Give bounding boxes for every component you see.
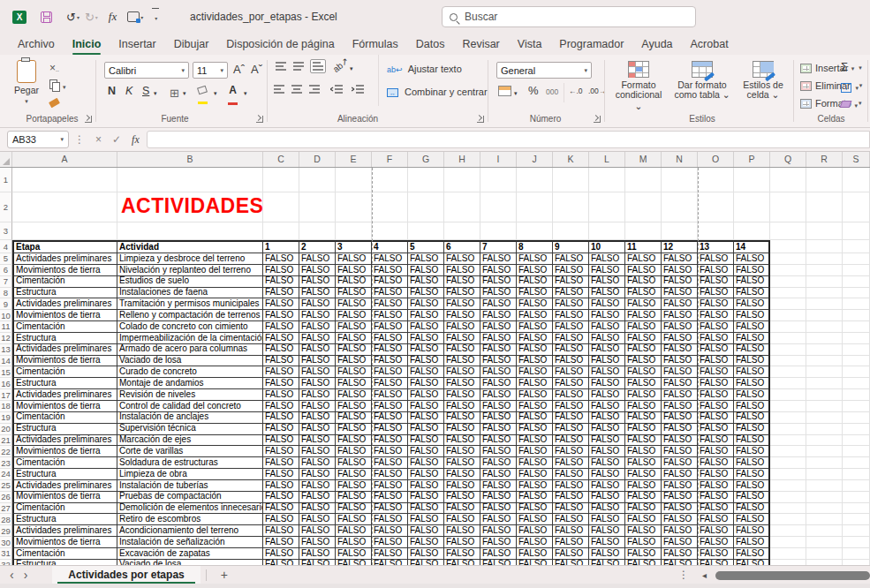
cell-falso[interactable]: FALSO — [698, 378, 734, 389]
cell[interactable] — [806, 424, 843, 435]
cell-falso[interactable]: FALSO — [263, 253, 299, 265]
cell-falso[interactable]: FALSO — [517, 253, 553, 265]
cell-actividad[interactable]: Vaciado de losa — [117, 356, 263, 367]
cell-etapa[interactable]: Estructura — [12, 514, 117, 525]
cell[interactable] — [806, 548, 843, 560]
row-header-8[interactable]: 8 — [0, 288, 12, 299]
cell[interactable] — [734, 222, 770, 240]
cell-falso[interactable]: FALSO — [263, 276, 299, 288]
align-center-icon[interactable] — [291, 85, 302, 94]
cell-actividad[interactable]: Demolición de elementos innecesarios — [117, 503, 263, 515]
cell[interactable] — [843, 457, 870, 469]
cell-actividad[interactable]: Instalaciones de faena — [117, 288, 263, 299]
cell[interactable] — [770, 356, 806, 367]
row-header-11[interactable]: 11 — [0, 321, 12, 333]
cell-falso[interactable]: FALSO — [625, 401, 662, 412]
cell-falso[interactable]: FALSO — [734, 401, 770, 412]
cell-falso[interactable]: FALSO — [589, 253, 625, 265]
cell-falso[interactable]: FALSO — [698, 492, 734, 503]
row-header-12[interactable]: 12 — [0, 333, 12, 344]
cell-falso[interactable]: FALSO — [589, 446, 625, 457]
cell-etapa[interactable]: Movimientos de tierra — [12, 446, 117, 457]
cell-falso[interactable]: FALSO — [444, 525, 480, 537]
cell-falso[interactable]: FALSO — [553, 265, 589, 276]
header-cell-8[interactable]: 8 — [517, 240, 553, 253]
cell-falso[interactable]: FALSO — [263, 401, 299, 412]
qat-customize-icon[interactable]: ▾ — [152, 8, 159, 26]
cell[interactable] — [372, 192, 408, 222]
cell[interactable] — [843, 389, 870, 401]
header-cell-13[interactable]: 13 — [698, 240, 734, 253]
format-as-table-button[interactable]: Dar formato como tabla ⌄ — [671, 61, 733, 101]
cell-falso[interactable]: FALSO — [480, 288, 517, 299]
cell-falso[interactable]: FALSO — [408, 298, 444, 310]
cell-falso[interactable]: FALSO — [589, 469, 625, 480]
paste-dropdown-icon[interactable]: ▾ — [25, 98, 28, 106]
cell-falso[interactable]: FALSO — [263, 298, 299, 310]
cell[interactable] — [12, 168, 117, 192]
cell-falso[interactable]: FALSO — [662, 424, 698, 435]
header-cell-6[interactable]: 6 — [444, 240, 480, 253]
cell[interactable] — [806, 222, 843, 240]
cell[interactable] — [12, 222, 117, 240]
cell-falso[interactable]: FALSO — [662, 253, 698, 265]
cell[interactable] — [444, 222, 480, 240]
cell[interactable] — [806, 537, 843, 548]
cell-falso[interactable]: FALSO — [589, 321, 625, 333]
cell-falso[interactable]: FALSO — [336, 265, 372, 276]
cell-falso[interactable]: FALSO — [372, 321, 408, 333]
cell-falso[interactable]: FALSO — [480, 469, 517, 480]
cell-falso[interactable]: FALSO — [517, 265, 553, 276]
header-cell-7[interactable]: 7 — [480, 240, 517, 253]
underline-dropdown-icon[interactable]: ▾ — [154, 90, 157, 97]
header-cell-actividad[interactable]: Actividad — [117, 240, 263, 253]
cell[interactable] — [843, 401, 870, 412]
cell-falso[interactable]: FALSO — [553, 537, 589, 548]
cell-falso[interactable]: FALSO — [553, 276, 589, 288]
font-dialog-launcher[interactable] — [256, 116, 263, 123]
cell-falso[interactable]: FALSO — [263, 446, 299, 457]
cell-falso[interactable]: FALSO — [336, 424, 372, 435]
cell-falso[interactable]: FALSO — [553, 378, 589, 389]
cell-falso[interactable]: FALSO — [480, 480, 517, 492]
cell-falso[interactable]: FALSO — [662, 276, 698, 288]
cell-falso[interactable]: FALSO — [734, 333, 770, 344]
row-header-6[interactable]: 6 — [0, 265, 12, 276]
cell-falso[interactable]: FALSO — [517, 333, 553, 344]
column-header-H[interactable]: H — [444, 152, 480, 167]
column-header-P[interactable]: P — [734, 152, 770, 167]
cell[interactable] — [589, 192, 625, 222]
cell-falso[interactable]: FALSO — [408, 310, 444, 321]
cell-falso[interactable]: FALSO — [698, 525, 734, 537]
cell-styles-button[interactable]: Estilos de celda ⌄ — [738, 61, 788, 101]
cell-falso[interactable]: FALSO — [698, 389, 734, 401]
cell[interactable] — [770, 276, 806, 288]
cell-falso[interactable]: FALSO — [408, 525, 444, 537]
align-top-icon[interactable] — [276, 62, 286, 71]
cell-falso[interactable]: FALSO — [444, 401, 480, 412]
cell-etapa[interactable]: Actividades preliminares — [12, 435, 117, 447]
cell[interactable] — [444, 192, 480, 222]
cell-falso[interactable]: FALSO — [662, 435, 698, 447]
cell-falso[interactable]: FALSO — [698, 457, 734, 469]
cell[interactable] — [698, 222, 734, 240]
cell-falso[interactable]: FALSO — [444, 492, 480, 503]
cell-falso[interactable]: FALSO — [589, 344, 625, 356]
search-input[interactable]: Buscar — [442, 6, 696, 27]
cell-etapa[interactable]: Cimentación — [12, 276, 117, 288]
cell-falso[interactable]: FALSO — [372, 253, 408, 265]
cell[interactable] — [662, 168, 698, 192]
cell-falso[interactable]: FALSO — [372, 469, 408, 480]
cell-falso[interactable]: FALSO — [444, 321, 480, 333]
cell[interactable] — [843, 192, 870, 222]
cell[interactable] — [662, 222, 698, 240]
cell-falso[interactable]: FALSO — [517, 366, 553, 378]
cell-falso[interactable]: FALSO — [589, 389, 625, 401]
excel-app-icon[interactable]: X — [11, 8, 28, 26]
shrink-font-icon[interactable]: Aˇ — [251, 63, 262, 76]
cell[interactable] — [806, 265, 843, 276]
align-bottom-icon[interactable] — [310, 59, 326, 73]
cell[interactable] — [517, 222, 553, 240]
cell-falso[interactable]: FALSO — [444, 480, 480, 492]
menu-tab-disposici-n-de-p-gina[interactable]: Disposición de página — [217, 34, 343, 54]
